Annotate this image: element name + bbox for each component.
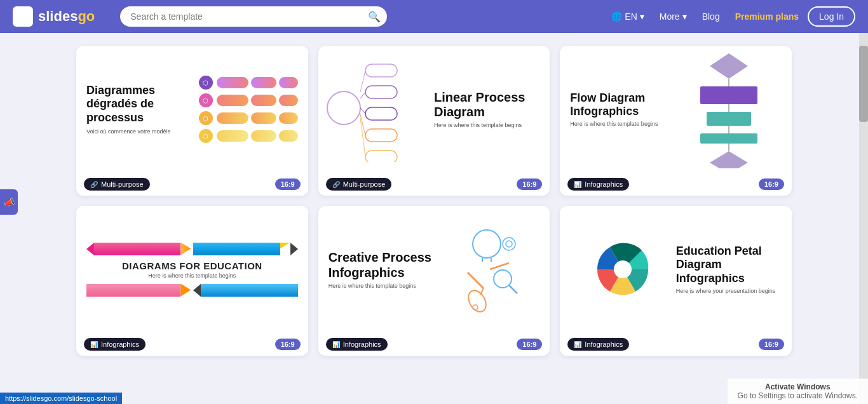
card-1-tag: 🔗 Multi-purpose <box>84 178 150 191</box>
flow-diagram-svg <box>691 51 767 168</box>
svg-point-24 <box>506 241 512 247</box>
card-3-thumb: Flow Diagram Infographics Here is where … <box>560 46 792 173</box>
svg-rect-14 <box>700 133 757 144</box>
card-4-thumb: DIAGRAMS FOR EDUCATION Here is where thi… <box>76 206 308 333</box>
svg-rect-4 <box>365 129 397 142</box>
card-2-tag: 🔗 Multi-purpose <box>326 178 392 191</box>
card-2-ratio: 16:9 <box>517 178 542 190</box>
card-3-tag: 📊 Infographics <box>567 178 629 191</box>
lang-button[interactable]: 🌐 EN ▾ <box>605 8 650 25</box>
card-4-ratio: 16:9 <box>275 339 301 350</box>
svg-point-29 <box>465 287 490 314</box>
card-diagrams-education[interactable]: DIAGRAMS FOR EDUCATION Here is where thi… <box>76 206 308 356</box>
svg-rect-2 <box>365 86 397 98</box>
svg-rect-3 <box>365 107 397 120</box>
card-linear-process[interactable]: Linear Process Diagram Here is where thi… <box>318 46 550 196</box>
svg-line-8 <box>360 108 365 114</box>
card-4-tag: 📊 Infographics <box>84 338 146 351</box>
svg-rect-1 <box>365 64 397 77</box>
svg-line-10 <box>360 118 365 157</box>
card-flow-diagram[interactable]: Flow Diagram Infographics Here is where … <box>560 46 792 196</box>
premium-button[interactable]: Premium plans <box>729 8 805 25</box>
card-3-footer: 📊 Infographics 16:9 <box>560 173 792 196</box>
svg-point-33 <box>614 260 632 278</box>
creative-icons-svg <box>449 225 525 314</box>
svg-point-20 <box>473 230 501 258</box>
svg-rect-5 <box>365 151 397 162</box>
card-6-footer: 📊 Infographics 16:9 <box>560 333 792 356</box>
more-button[interactable]: More ▾ <box>653 8 693 25</box>
card-5-thumb: Creative Process Infographics Here is wh… <box>318 206 550 333</box>
svg-line-28 <box>509 285 517 293</box>
scrollbar-thumb[interactable] <box>859 46 868 122</box>
login-button[interactable]: Log In <box>808 6 855 27</box>
chart-icon-3: 📊 <box>332 341 340 348</box>
template-grid: Diagrammesdégradés deprocessus Voici où … <box>76 46 792 356</box>
svg-point-0 <box>327 91 360 125</box>
svg-marker-11 <box>710 53 748 79</box>
chart-icon-2: 📊 <box>90 341 98 348</box>
link-icon: 🔗 <box>90 181 98 188</box>
card-3-ratio: 16:9 <box>759 178 784 190</box>
svg-marker-15 <box>710 151 748 168</box>
header: 🖼 slidesgo 🔍 🌐 EN ▾ More ▾ Blog Premium … <box>0 0 868 33</box>
main-content: Diagrammesdégradés deprocessus Voici où … <box>0 33 868 404</box>
card-2-footer: 🔗 Multi-purpose 16:9 <box>318 173 550 196</box>
svg-point-30 <box>473 305 478 310</box>
card-2-thumb: Linear Process Diagram Here is where thi… <box>318 46 550 173</box>
svg-point-27 <box>494 270 512 288</box>
card-6-thumb: Education Petal Diagram Infographics Her… <box>560 206 792 333</box>
svg-rect-13 <box>707 112 751 126</box>
svg-line-31 <box>490 263 509 269</box>
card-4-footer: 📊 Infographics 16:9 <box>76 333 308 356</box>
blog-button[interactable]: Blog <box>696 8 726 25</box>
chart-icon-4: 📊 <box>574 341 581 348</box>
logo-text: slidesgo <box>38 8 95 25</box>
svg-point-23 <box>503 238 515 250</box>
search-button[interactable]: 🔍 <box>368 11 381 23</box>
card-6-tag: 📊 Infographics <box>567 338 629 351</box>
status-bar: https://slidesgo.com/slidesgo-school <box>0 393 122 404</box>
search-input[interactable] <box>120 6 387 27</box>
logo-icon: 🖼 <box>13 6 33 27</box>
card-5-footer: 📊 Infographics 16:9 <box>318 333 550 356</box>
search-bar: 🔍 <box>120 6 387 27</box>
svg-line-7 <box>360 92 365 98</box>
card-5-ratio: 16:9 <box>517 339 542 350</box>
petal-diagram-svg <box>588 234 658 304</box>
logo[interactable]: 🖼 slidesgo <box>13 6 95 27</box>
card-creative-process[interactable]: Creative Process Infographics Here is wh… <box>318 206 550 356</box>
card-petal-diagram[interactable]: Education Petal Diagram Infographics Her… <box>560 206 792 356</box>
card-6-ratio: 16:9 <box>759 339 784 350</box>
svg-line-25 <box>468 273 484 288</box>
card-5-tag: 📊 Infographics <box>326 338 388 351</box>
scrollbar[interactable] <box>859 33 868 404</box>
windows-overlay: Activate Windows Go to Settings to activ… <box>728 379 868 404</box>
header-nav: 🌐 EN ▾ More ▾ Blog Premium plans Log In <box>605 6 855 27</box>
link-icon-2: 🔗 <box>332 181 340 188</box>
linear-process-svg <box>326 54 402 162</box>
svg-line-6 <box>360 71 365 92</box>
chart-icon: 📊 <box>574 181 581 188</box>
svg-rect-12 <box>700 86 757 104</box>
card-1-ratio: 16:9 <box>275 178 301 190</box>
card-diagrammes-degrades[interactable]: Diagrammesdégradés deprocessus Voici où … <box>76 46 308 196</box>
card-1-footer: 🔗 Multi-purpose 16:9 <box>76 173 308 196</box>
card-1-thumb: Diagrammesdégradés deprocessus Voici où … <box>76 46 308 173</box>
feedback-button[interactable]: 📣 <box>0 189 18 215</box>
